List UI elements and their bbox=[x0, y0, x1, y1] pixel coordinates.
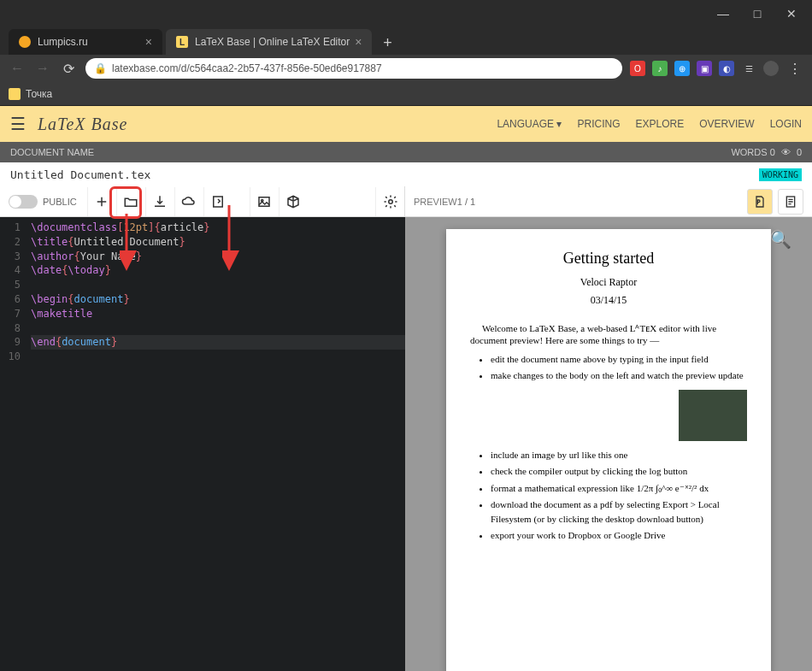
nav-pricing[interactable]: PRICING bbox=[577, 118, 620, 130]
extension-icon[interactable]: ⊕ bbox=[674, 61, 690, 76]
window-minimize[interactable]: — bbox=[706, 2, 740, 26]
code-content[interactable]: \documentclass[12pt]{article} \title{Unt… bbox=[26, 217, 405, 671]
pdf-view-button[interactable] bbox=[747, 189, 773, 215]
list-item: export your work to Dropbox or Google Dr… bbox=[491, 528, 747, 543]
list-item: download the document as a pdf by select… bbox=[491, 497, 747, 526]
favicon-icon: L bbox=[176, 36, 188, 48]
doc-view-button[interactable] bbox=[778, 189, 803, 215]
svg-point-3 bbox=[388, 199, 392, 203]
toolbar: PUBLIC PREVIEW 1 / 1 bbox=[0, 186, 812, 217]
svg-rect-0 bbox=[214, 197, 223, 207]
docname-row: Untitled Document.tex WORKING bbox=[0, 162, 812, 186]
nav-language[interactable]: LANGUAGE ▾ bbox=[497, 118, 562, 130]
list-item: edit the document name above by typing i… bbox=[491, 352, 747, 367]
page-indicator: 1 / 1 bbox=[457, 197, 475, 207]
code-editor[interactable]: 12345678910 \documentclass[12pt]{article… bbox=[0, 217, 405, 671]
favicon-icon bbox=[19, 36, 31, 48]
preview-title: Getting started bbox=[470, 250, 747, 268]
download-button[interactable] bbox=[145, 187, 174, 216]
extension-icon[interactable]: ☰ bbox=[741, 61, 756, 76]
preview-image bbox=[679, 390, 747, 441]
tab-title: LaTeX Base | Online LaTeX Editor bbox=[195, 36, 350, 48]
main-area: 12345678910 \documentclass[12pt]{article… bbox=[0, 217, 812, 671]
profile-avatar[interactable] bbox=[763, 61, 779, 76]
status-badge: WORKING bbox=[759, 168, 802, 181]
list-item: make changes to the body on the left and… bbox=[491, 368, 747, 383]
nav-login[interactable]: LOGIN bbox=[770, 118, 802, 130]
preview-list: include an image by url like this one ch… bbox=[491, 448, 747, 543]
address-bar[interactable]: 🔒 latexbase.com/d/c564caa2-2b57-437f-856… bbox=[85, 58, 622, 79]
browser-urlbar: ← → ⟳ 🔒 latexbase.com/d/c564caa2-2b57-43… bbox=[0, 55, 812, 82]
bookmark-item[interactable]: Точка bbox=[26, 88, 52, 100]
window-maximize[interactable]: □ bbox=[740, 2, 774, 26]
list-item: check the compiler output by clicking th… bbox=[491, 464, 747, 479]
browser-tab[interactable]: L LaTeX Base | Online LaTeX Editor × bbox=[166, 29, 372, 55]
image-button[interactable] bbox=[250, 187, 279, 216]
list-item: include an image by url like this one bbox=[491, 448, 747, 462]
window-titlebar: — □ ✕ bbox=[0, 0, 812, 27]
new-tab-button[interactable]: + bbox=[375, 31, 399, 55]
document-name-input[interactable]: Untitled Document.tex bbox=[10, 168, 150, 181]
extension-icon[interactable]: ▣ bbox=[697, 61, 712, 76]
browser-tab[interactable]: Lumpics.ru × bbox=[9, 29, 162, 55]
preview-author: Veloci Raptor bbox=[470, 276, 747, 289]
package-button[interactable] bbox=[279, 187, 308, 216]
tab-title: Lumpics.ru bbox=[38, 36, 140, 48]
new-file-button[interactable] bbox=[87, 187, 116, 216]
preview-intro: Welcome to LaTeX Base, a web-based LᴬTᴇX… bbox=[470, 322, 747, 347]
nav-explore[interactable]: EXPLORE bbox=[635, 118, 684, 130]
back-button[interactable]: ← bbox=[5, 56, 29, 80]
forward-button[interactable]: → bbox=[31, 56, 55, 80]
close-icon[interactable]: × bbox=[145, 35, 152, 49]
app-header: ☰ LaTeX Base LANGUAGE ▾ PRICING EXPLORE … bbox=[0, 106, 812, 142]
eye-icon: 👁 bbox=[781, 147, 791, 157]
menu-button[interactable]: ⋮ bbox=[783, 56, 807, 80]
window-close[interactable]: ✕ bbox=[774, 2, 809, 26]
close-icon[interactable]: × bbox=[355, 35, 362, 49]
view-count: 0 bbox=[797, 147, 802, 157]
reload-button[interactable]: ⟳ bbox=[56, 56, 80, 80]
preview-pane[interactable]: 🔍 Getting started Veloci Raptor 03/14/15… bbox=[405, 217, 812, 671]
settings-button[interactable] bbox=[375, 187, 404, 216]
bookmark-bar: Точка bbox=[0, 82, 812, 106]
word-count: WORDS 0 bbox=[731, 147, 774, 157]
line-gutter: 12345678910 bbox=[0, 217, 26, 671]
preview-page: Getting started Veloci Raptor 03/14/15 W… bbox=[446, 229, 771, 671]
open-file-button[interactable] bbox=[116, 187, 145, 216]
app-brand: LaTeX Base bbox=[38, 115, 127, 134]
extension-icon[interactable]: O bbox=[630, 61, 645, 76]
cloud-button[interactable] bbox=[174, 187, 203, 216]
zoom-icon[interactable]: 🔍 bbox=[770, 229, 791, 250]
public-label: PUBLIC bbox=[43, 197, 77, 207]
list-item: format a mathematical expression like 1/… bbox=[491, 481, 747, 496]
url-text: latexbase.com/d/c564caa2-2b57-437f-856e-… bbox=[112, 62, 382, 74]
extension-icon[interactable]: ♪ bbox=[652, 61, 668, 76]
public-toggle[interactable] bbox=[9, 195, 38, 209]
preview-label: PREVIEW bbox=[414, 197, 457, 207]
menu-icon[interactable]: ☰ bbox=[10, 114, 26, 134]
preview-date: 03/14/15 bbox=[470, 294, 747, 307]
svg-rect-1 bbox=[259, 197, 269, 206]
folder-icon bbox=[9, 88, 21, 100]
nav-overview[interactable]: OVERVIEW bbox=[699, 118, 754, 130]
extension-icon[interactable]: ◐ bbox=[719, 61, 734, 76]
preview-list: edit the document name above by typing i… bbox=[491, 352, 747, 383]
browser-tabbar: Lumpics.ru × L LaTeX Base | Online LaTeX… bbox=[0, 27, 812, 55]
export-button[interactable] bbox=[203, 187, 232, 216]
docname-label: DOCUMENT NAME bbox=[10, 147, 94, 157]
document-bar: DOCUMENT NAME WORDS 0 👁 0 bbox=[0, 142, 812, 162]
lock-icon: 🔒 bbox=[94, 62, 107, 74]
